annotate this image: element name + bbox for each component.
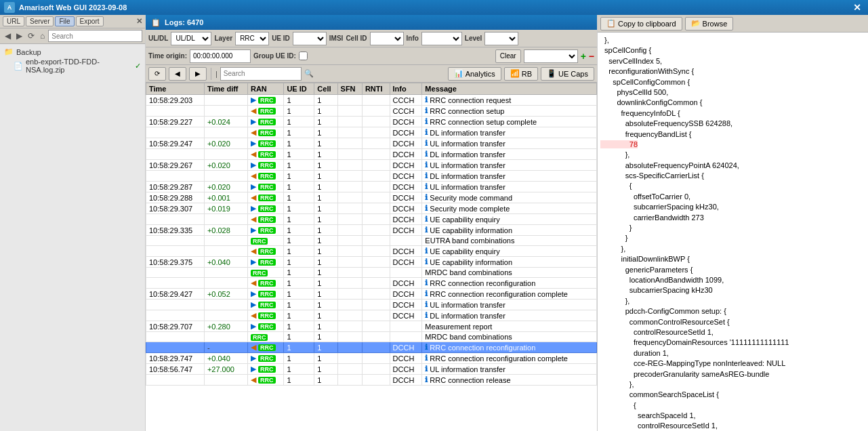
col-time[interactable]: Time <box>146 83 205 95</box>
table-row[interactable]: ◀ RRC 1 1 DCCH ℹ DL information transfer <box>146 149 597 160</box>
nav-home-button[interactable]: ⌂ <box>38 30 47 41</box>
message-text: RRC connection setup complete <box>430 118 537 126</box>
rrc-badge: RRC <box>258 366 276 373</box>
export-button[interactable]: Export <box>76 16 104 26</box>
sidebar-close-icon[interactable]: ✕ <box>136 17 142 26</box>
table-row[interactable]: 10:58:29.707 +0.280 ▶ RRC 1 1 Measuremen… <box>146 321 597 332</box>
cell-time: 10:58:29.375 <box>146 257 205 268</box>
level-select[interactable] <box>484 32 518 45</box>
url-button[interactable]: URL <box>3 16 24 26</box>
remove-filter-button[interactable]: − <box>589 51 594 62</box>
info-select[interactable] <box>421 32 462 45</box>
file-button[interactable]: File <box>55 16 74 26</box>
tree-item-logfile[interactable]: 📄 enb-export-TDD-FDD-NSA.log.zip ✓ <box>3 57 142 75</box>
table-row[interactable]: ◀ RRC 1 1 DCCH ℹ DL information transfer <box>146 127 597 138</box>
table-row[interactable]: ◀ RRC 1 1 DCCH ℹ RRC connection release <box>146 375 597 386</box>
cell-sfn <box>337 278 362 289</box>
time-origin-input[interactable] <box>190 49 251 63</box>
cell-message: Measurement report <box>422 321 597 332</box>
analytics-button[interactable]: 📊 Analytics <box>448 67 501 81</box>
info-icon: ℹ <box>425 354 428 363</box>
col-timediff[interactable]: Time diff <box>204 83 247 95</box>
cell-rnti <box>362 95 390 106</box>
cell-timediff: +27.000 <box>204 364 247 375</box>
table-row[interactable]: ◀ RRC 1 1 DCCH ℹ RRC connection reconfig… <box>146 278 597 289</box>
uldl-select[interactable]: UL/DL <box>171 32 211 45</box>
nav-back-button[interactable]: ◀ <box>3 30 13 41</box>
nav-forward-button[interactable]: ▶ <box>14 30 24 41</box>
col-cell[interactable]: Cell <box>314 83 337 95</box>
cell-ueid: 1 <box>284 138 314 149</box>
table-row[interactable]: 10:58:29.267 +0.020 ▶ RRC 1 1 DCCH ℹ UL … <box>146 160 597 171</box>
cell-rnti <box>362 289 390 300</box>
table-row[interactable]: 10:58:29.375 +0.040 ▶ RRC 1 1 DCCH ℹ UE … <box>146 257 597 268</box>
table-row[interactable]: 10:58:29.307 +0.019 ▶ RRC 1 1 DCCH ℹ Sec… <box>146 203 597 214</box>
table-row[interactable]: RRC 1 1 MRDC band combinations <box>146 268 597 278</box>
cell-message: ℹ UL information transfer <box>422 160 597 171</box>
forward-button[interactable]: ▶ <box>189 67 207 81</box>
table-row[interactable]: 10:58:29.287 +0.020 ▶ RRC 1 1 DCCH ℹ UL … <box>146 182 597 192</box>
layer-select[interactable]: RRC <box>235 32 269 45</box>
info-icon: ℹ <box>425 300 428 309</box>
rrc-badge: RRC <box>258 108 276 115</box>
arrow-right-icon: ▶ <box>251 258 256 266</box>
table-row[interactable]: ◀ RRC 1 1 CCCH ℹ RRC connection setup <box>146 106 597 117</box>
search-input[interactable] <box>220 67 302 81</box>
table-row[interactable]: 10:58:29.427 +0.052 ▶ RRC 1 1 DCCH ℹ RRC… <box>146 289 597 300</box>
table-row[interactable]: RRC 1 1 EUTRA band combinations <box>146 236 597 246</box>
info-icon: ℹ <box>425 226 428 234</box>
group-ueid-checkbox[interactable] <box>299 52 308 60</box>
ue-caps-button[interactable]: 📱 UE Caps <box>541 67 594 81</box>
refresh-button[interactable]: ⟳ <box>148 67 166 81</box>
table-row[interactable]: 10:58:29.747 +0.040 ▶ RRC 1 1 DCCH ℹ RRC… <box>146 353 597 364</box>
cell-ueid: 1 <box>284 149 314 160</box>
cell-ran: ▶ RRC <box>247 353 283 364</box>
back-button[interactable]: ◀ <box>169 67 186 81</box>
col-rnti[interactable]: RNTI <box>362 83 390 95</box>
table-row[interactable]: ◀ RRC 1 1 DCCH ℹ DL information transfer <box>146 310 597 321</box>
table-row[interactable]: 10:58:29.247 +0.020 ▶ RRC 1 1 DCCH ℹ UL … <box>146 138 597 149</box>
close-icon[interactable]: ✕ <box>850 2 864 13</box>
clear-select[interactable] <box>524 49 578 63</box>
cell-sfn <box>337 106 362 117</box>
cell-ueid: 1 <box>284 375 314 386</box>
table-row[interactable]: 10:58:29.203 ▶ RRC 1 1 CCCH ℹ RRC connec… <box>146 95 597 106</box>
table-row[interactable]: ◀ RRC 1 1 DCCH ℹ UE capability enquiry <box>146 246 597 257</box>
table-row[interactable]: 10:58:29.227 +0.024 ▶ RRC 1 1 DCCH ℹ RRC… <box>146 117 597 127</box>
cellid-select[interactable] <box>370 32 404 45</box>
table-row[interactable]: 10:58:29.335 +0.028 ▶ RRC 1 1 DCCH ℹ UE … <box>146 225 597 236</box>
col-ueid[interactable]: UE ID <box>284 83 314 95</box>
table-row[interactable]: ▶ RRC 1 1 DCCH ℹ UL information transfer <box>146 300 597 310</box>
col-message[interactable]: Message <box>422 83 597 95</box>
clear-button[interactable]: Clear <box>495 49 521 63</box>
col-ran[interactable]: RAN <box>247 83 283 95</box>
cell-ran: ◀ RRC <box>247 127 283 138</box>
add-filter-button[interactable]: + <box>581 51 586 62</box>
message-text: RRC connection reconfiguration <box>430 279 535 287</box>
col-sfn[interactable]: SFN <box>337 83 362 95</box>
cell-cell: 1 <box>314 127 337 138</box>
browse-button[interactable]: 📂 Browse <box>685 17 734 30</box>
table-row[interactable]: RRC 1 1 MRDC band combinations <box>146 332 597 342</box>
table-row[interactable]: ◀ RRC 1 1 DCCH ℹ UE capability enquiry <box>146 214 597 225</box>
copy-clipboard-button[interactable]: 📋 Copy to clipboard <box>600 17 682 30</box>
tree-item-backup[interactable]: 📁 Backup <box>3 47 142 57</box>
cell-ran: ◀ RRC <box>247 246 283 257</box>
rb-button[interactable]: 📶 RB <box>504 67 538 81</box>
arrow-left-icon: ◀ <box>251 106 256 115</box>
server-button[interactable]: Server <box>26 16 54 26</box>
sidebar-search-input[interactable] <box>48 30 142 42</box>
cell-info: DCCH <box>390 203 422 214</box>
nav-refresh-button[interactable]: ⟳ <box>26 30 37 41</box>
code-line: searchSpaceId 1, <box>600 411 865 421</box>
table-row[interactable]: 10:58:56.747 +27.000 ▶ RRC 1 1 DCCH ℹ UL… <box>146 364 597 375</box>
cell-ueid: 1 <box>284 171 314 182</box>
code-line: { <box>600 401 865 411</box>
search-icon[interactable]: 🔍 <box>304 69 314 78</box>
table-row[interactable]: 10:58:29.288 +0.001 ◀ RRC 1 1 DCCH ℹ Sec… <box>146 192 597 203</box>
ueid-select[interactable] <box>293 32 327 45</box>
col-info[interactable]: Info <box>390 83 422 95</box>
cell-ueid: 1 <box>284 182 314 192</box>
table-row[interactable]: ◀ RRC 1 1 DCCH ℹ DL information transfer <box>146 171 597 182</box>
table-row[interactable]: - ◀ RRC 1 1 DCCH ℹ RRC connection reconf… <box>146 342 597 353</box>
